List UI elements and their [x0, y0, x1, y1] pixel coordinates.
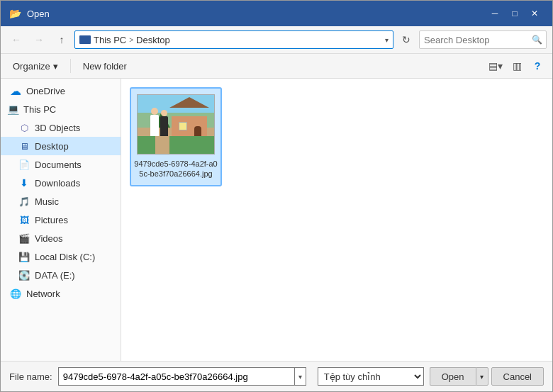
filename-wrapper: ▾	[58, 367, 306, 386]
view-toggle-button[interactable]: ▤ ▾	[486, 57, 505, 75]
dialog-title-text: Open	[27, 9, 50, 19]
this-pc-icon: 💻	[6, 103, 19, 115]
open-dialog: 📂 Open ─ □ ✕ ← → ↑ This PC > Desktop ▾ ↻	[0, 0, 553, 392]
toolbar-right: ▤ ▾ ▥ ?	[486, 57, 547, 75]
minimize-button[interactable]: ─	[486, 6, 504, 21]
desktop-icon: 🖥	[18, 140, 30, 152]
maximize-button[interactable]: □	[505, 6, 524, 21]
pane-icon: ▥	[513, 60, 522, 72]
sidebar-label-videos: Videos	[35, 233, 63, 244]
title-bar-controls: ─ □ ✕	[486, 6, 544, 21]
file-grid: 9479cde5-6978-4a2f-a05c-be3f70a26664.jpg	[127, 84, 547, 189]
organize-arrow: ▾	[53, 61, 58, 72]
pane-button[interactable]: ▥	[507, 57, 527, 75]
sidebar-label-music: Music	[35, 196, 59, 207]
close-button[interactable]: ✕	[525, 6, 544, 21]
action-buttons: Open ▾ Cancel	[430, 367, 544, 386]
up-button[interactable]: ↑	[52, 30, 72, 49]
filename-label: File name:	[9, 371, 52, 382]
toolbar-separator	[70, 59, 71, 73]
view-icon: ▤	[488, 60, 498, 72]
sidebar-item-this-pc[interactable]: 💻 This PC	[1, 100, 121, 118]
data-e-icon: 💽	[18, 269, 30, 281]
new-folder-label: New folder	[83, 61, 127, 72]
sidebar-label-3d-objects: 3D Objects	[35, 123, 80, 133]
cancel-button[interactable]: Cancel	[491, 367, 544, 386]
back-button[interactable]: ←	[6, 30, 26, 49]
file-name: 9479cde5-6978-4a2f-a05c-be3f70a26664.jpg	[134, 159, 218, 179]
file-item[interactable]: 9479cde5-6978-4a2f-a05c-be3f70a26664.jpg	[130, 87, 222, 186]
open-button[interactable]: Open	[430, 367, 476, 386]
sidebar-item-3d-objects[interactable]: ⬡ 3D Objects	[1, 118, 121, 137]
pc-icon	[79, 35, 91, 44]
sidebar-item-downloads[interactable]: ⬇ Downloads	[1, 174, 121, 192]
file-thumbnail	[137, 94, 215, 155]
path-separator-1: >	[129, 36, 133, 44]
videos-icon: 🎬	[18, 233, 30, 244]
search-input[interactable]	[419, 30, 547, 49]
onedrive-icon: ☁	[9, 85, 22, 96]
filename-bar: File name: ▾ Tệp tùy chỉnh Open ▾ Cancel	[1, 361, 552, 391]
toolbar: Organize ▾ New folder ▤ ▾ ▥ ?	[1, 54, 552, 79]
sidebar-item-network[interactable]: 🌐 Network	[1, 284, 121, 303]
sidebar-item-music[interactable]: 🎵 Music	[1, 192, 121, 211]
sidebar-label-this-pc: This PC	[23, 104, 56, 115]
local-disk-icon: 💾	[18, 251, 30, 262]
sidebar-label-pictures: Pictures	[35, 215, 68, 225]
new-folder-button[interactable]: New folder	[77, 57, 133, 75]
sidebar-label-documents: Documents	[35, 159, 82, 170]
path-dropdown-arrow[interactable]: ▾	[385, 36, 389, 44]
sidebar-item-documents[interactable]: 📄 Documents	[1, 155, 121, 174]
address-path[interactable]: This PC > Desktop ▾	[74, 30, 393, 49]
main-area: ☁ OneDrive 💻 This PC ⬡ 3D Objects 🖥 Desk…	[1, 79, 552, 361]
help-button[interactable]: ?	[528, 57, 547, 75]
organize-label: Organize	[13, 61, 50, 72]
sidebar-label-data-e: DATA (E:)	[35, 270, 75, 281]
dialog-title-icon: 📂	[9, 8, 21, 19]
sidebar-item-videos[interactable]: 🎬 Videos	[1, 229, 121, 247]
filename-input[interactable]	[58, 367, 295, 386]
sidebar-item-pictures[interactable]: 🖼 Pictures	[1, 211, 121, 229]
open-button-group: Open ▾	[430, 367, 488, 386]
sidebar-label-downloads: Downloads	[35, 178, 80, 189]
address-bar: ← → ↑ This PC > Desktop ▾ ↻ 🔍	[1, 26, 552, 54]
view-arrow: ▾	[498, 60, 503, 72]
file-area: 9479cde5-6978-4a2f-a05c-be3f70a26664.jpg	[121, 79, 552, 361]
search-icon: 🔍	[532, 35, 542, 45]
music-icon: 🎵	[18, 196, 30, 207]
forward-button[interactable]: →	[29, 30, 49, 49]
path-desktop-segment: Desktop	[136, 35, 170, 45]
sidebar: ☁ OneDrive 💻 This PC ⬡ 3D Objects 🖥 Desk…	[1, 79, 121, 361]
wedding-photo-art	[138, 95, 214, 154]
path-desktop-label: Desktop	[136, 35, 170, 45]
filetype-wrapper: Tệp tùy chỉnh	[318, 367, 424, 386]
sidebar-item-local-disk[interactable]: 💾 Local Disk (C:)	[1, 247, 121, 266]
title-bar: 📂 Open ─ □ ✕	[1, 1, 552, 26]
refresh-button[interactable]: ↻	[396, 30, 416, 49]
filename-dropdown-button[interactable]: ▾	[295, 367, 306, 386]
sidebar-label-desktop: Desktop	[35, 141, 69, 152]
search-wrapper: 🔍	[419, 30, 547, 49]
3d-objects-icon: ⬡	[18, 122, 30, 133]
documents-icon: 📄	[18, 159, 30, 170]
downloads-icon: ⬇	[18, 177, 30, 189]
path-pc-segment: This PC	[79, 35, 126, 45]
title-bar-title: 📂 Open	[9, 8, 50, 19]
sidebar-label-network: Network	[26, 289, 60, 299]
path-pc-label: This PC	[94, 35, 126, 45]
filetype-select[interactable]: Tệp tùy chỉnh	[318, 367, 424, 386]
open-arrow-button[interactable]: ▾	[476, 367, 488, 386]
sidebar-item-data-e[interactable]: 💽 DATA (E:)	[1, 266, 121, 284]
network-icon: 🌐	[9, 288, 22, 299]
organize-button[interactable]: Organize ▾	[6, 57, 65, 75]
sidebar-item-onedrive[interactable]: ☁ OneDrive	[1, 82, 121, 100]
sidebar-item-desktop[interactable]: 🖥 Desktop	[1, 137, 121, 155]
sidebar-label-onedrive: OneDrive	[26, 86, 65, 96]
pictures-icon: 🖼	[18, 214, 30, 225]
sidebar-label-local-disk: Local Disk (C:)	[35, 252, 95, 262]
